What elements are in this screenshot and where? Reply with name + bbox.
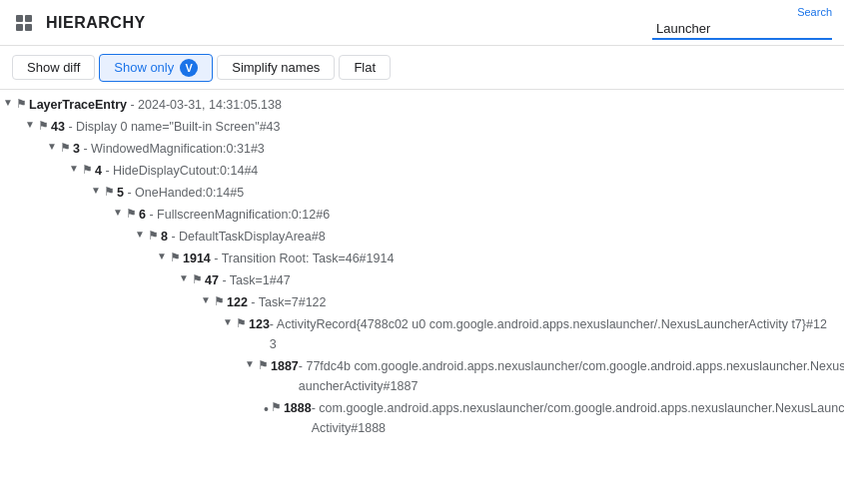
pin-icon: ⚑: [16, 95, 27, 114]
tree-row: • ⚑ 1888 - com.google.android.apps.nexus…: [0, 397, 844, 439]
tree-text: 1914 - Transition Root: Task=46#1914: [183, 249, 394, 268]
node-desc: - DefaultTaskDisplayArea#8: [168, 230, 326, 244]
node-desc: - Task=7#122: [248, 295, 327, 309]
tree-row: ▼ ⚑ 6 - FullscreenMagnification:0:12#6: [0, 204, 844, 226]
node-desc: - OneHanded:0:14#5: [124, 186, 244, 200]
tree-toggle[interactable]: ▼: [0, 95, 16, 111]
tree-toggle[interactable]: ▼: [132, 227, 148, 243]
tree-toggle[interactable]: ▼: [176, 270, 192, 286]
tree-toggle[interactable]: ▼: [44, 139, 60, 155]
bullet-icon: •: [264, 398, 269, 420]
tree-row: ▼ ⚑ 1887 - 77fdc4b com.google.android.ap…: [0, 355, 844, 397]
tree-row: ▼ ⚑ 122 - Task=7#122: [0, 291, 844, 313]
node-id: 6: [139, 208, 146, 222]
pin-icon: ⚑: [192, 270, 203, 289]
tree-toggle[interactable]: ▼: [88, 183, 104, 199]
pin-icon: ⚑: [38, 117, 49, 136]
node-desc: - Task=1#47: [219, 273, 291, 287]
node-id: 43: [51, 120, 65, 134]
simplify-names-label: Simplify names: [232, 60, 320, 75]
tree-text: 1887 - 77fdc4b com.google.android.apps.n…: [271, 356, 844, 396]
node-desc: - 77fdc4b com.google.android.apps.nexusl…: [299, 356, 844, 396]
show-only-badge: V: [180, 59, 198, 77]
tree-text: 43 - Display 0 name="Built-in Screen"#43: [51, 117, 280, 137]
node-id: 5: [117, 186, 124, 200]
node-id: 4: [95, 164, 102, 178]
tree-text: 47 - Task=1#47: [205, 270, 291, 290]
tree-row: ▼ ⚑ 47 - Task=1#47: [0, 269, 844, 291]
pin-icon: ⚑: [126, 205, 137, 224]
show-only-button[interactable]: Show only V: [99, 54, 213, 82]
tree-toggle[interactable]: ▼: [22, 117, 38, 133]
node-id: 122: [227, 295, 248, 309]
node-id: 1888: [284, 401, 312, 415]
tree-text: 5 - OneHanded:0:14#5: [117, 183, 244, 203]
node-id: 47: [205, 273, 219, 287]
svg-rect-2: [16, 24, 23, 31]
pin-icon: ⚑: [60, 139, 71, 158]
tree-text: 123 - ActivityRecord{4788c02 u0 com.goog…: [249, 314, 829, 354]
svg-rect-3: [25, 24, 32, 31]
node-desc: - 2024-03-31, 14:31:05.138: [127, 98, 282, 112]
pin-icon: ⚑: [214, 292, 225, 311]
tree-toggle[interactable]: ▼: [220, 314, 236, 330]
tree-text: 1888 - com.google.android.apps.nexuslaun…: [284, 398, 844, 438]
pin-icon: ⚑: [170, 249, 181, 267]
pin-icon: ⚑: [148, 227, 159, 246]
tree-row: ▼ ⚑ 4 - HideDisplayCutout:0:14#4: [0, 160, 844, 182]
tree-text: 122 - Task=7#122: [227, 292, 327, 312]
node-desc: - com.google.android.apps.nexuslauncher/…: [312, 398, 844, 438]
show-only-label: Show only: [114, 60, 174, 75]
tree-text: 8 - DefaultTaskDisplayArea#8: [161, 227, 326, 247]
tree-toggle[interactable]: ▼: [154, 249, 170, 264]
node-desc: - ActivityRecord{4788c02 u0 com.google.a…: [270, 314, 829, 354]
node-id: 3: [73, 142, 80, 156]
tree-row: ▼ ⚑ 8 - DefaultTaskDisplayArea#8: [0, 226, 844, 248]
tree-toggle[interactable]: ▼: [242, 356, 258, 372]
tree-text: 3 - WindowedMagnification:0:31#3: [73, 139, 265, 159]
tree-row: ▼ ⚑ 123 - ActivityRecord{4788c02 u0 com.…: [0, 313, 844, 355]
toolbar: Show diff Show only V Simplify names Fla…: [0, 46, 844, 90]
show-diff-label: Show diff: [27, 60, 80, 75]
search-input[interactable]: [652, 19, 832, 40]
node-id: LayerTraceEntry: [29, 98, 127, 112]
flat-label: Flat: [354, 60, 376, 75]
tree-text: 4 - HideDisplayCutout:0:14#4: [95, 161, 258, 181]
tree-row: ▼ ⚑ LayerTraceEntry - 2024-03-31, 14:31:…: [0, 94, 844, 116]
grid-icon: [12, 11, 36, 35]
node-id: 123: [249, 317, 270, 331]
node-desc: - Transition Root: Task=46#1914: [211, 252, 395, 265]
node-desc: - FullscreenMagnification:0:12#6: [146, 208, 330, 222]
node-id: 1914: [183, 252, 211, 265]
tree-row: ▼ ⚑ 5 - OneHanded:0:14#5: [0, 182, 844, 204]
svg-rect-1: [25, 15, 32, 22]
node-desc: - WindowedMagnification:0:31#3: [80, 142, 265, 156]
tree-row: ▼ ⚑ 1914 - Transition Root: Task=46#1914: [0, 248, 844, 269]
node-id: 1887: [271, 359, 299, 373]
tree-row: ▼ ⚑ 3 - WindowedMagnification:0:31#3: [0, 138, 844, 160]
svg-rect-0: [16, 15, 23, 22]
flat-button[interactable]: Flat: [339, 55, 391, 80]
pin-icon: ⚑: [271, 398, 282, 417]
node-id: 8: [161, 230, 168, 244]
tree-toggle[interactable]: ▼: [66, 161, 82, 177]
tree-text: LayerTraceEntry - 2024-03-31, 14:31:05.1…: [29, 95, 282, 115]
pin-icon: ⚑: [258, 356, 269, 375]
tree-text: 6 - FullscreenMagnification:0:12#6: [139, 205, 330, 225]
header-left: HIERARCHY: [12, 11, 146, 35]
node-desc: - HideDisplayCutout:0:14#4: [102, 164, 258, 178]
tree-toggle[interactable]: ▼: [110, 205, 126, 221]
node-desc: - Display 0 name="Built-in Screen"#43: [65, 120, 281, 134]
pin-icon: ⚑: [82, 161, 93, 180]
page-title: HIERARCHY: [46, 14, 146, 32]
show-diff-button[interactable]: Show diff: [12, 55, 95, 80]
pin-icon: ⚑: [104, 183, 115, 202]
pin-icon: ⚑: [236, 314, 247, 333]
simplify-names-button[interactable]: Simplify names: [217, 55, 335, 80]
tree-toggle[interactable]: ▼: [198, 292, 214, 308]
search-container: Search: [652, 6, 832, 40]
tree-container: ▼ ⚑ LayerTraceEntry - 2024-03-31, 14:31:…: [0, 90, 844, 504]
header: HIERARCHY Search: [0, 0, 844, 46]
search-label: Search: [797, 6, 832, 18]
tree-row: ▼ ⚑ 43 - Display 0 name="Built-in Screen…: [0, 116, 844, 138]
